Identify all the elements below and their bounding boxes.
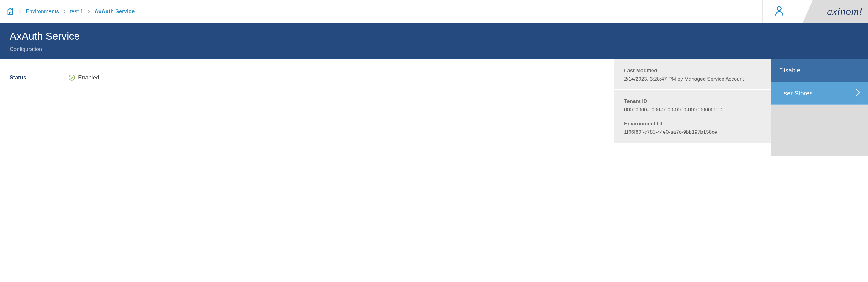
- user-menu[interactable]: [763, 0, 796, 23]
- status-value: Enabled: [68, 74, 99, 81]
- info-last-modified: Last Modified 2/14/2023, 3:28:47 PM by M…: [615, 59, 771, 89]
- svg-point-0: [777, 7, 781, 10]
- chevron-right-icon: [63, 9, 66, 13]
- check-circle-icon: [68, 74, 75, 81]
- breadcrumb-environments[interactable]: Environments: [26, 8, 59, 15]
- home-icon[interactable]: [6, 7, 14, 15]
- content-row: Status Enabled Last Modified 2/14/2023, …: [0, 59, 868, 156]
- environment-id-group: Environment ID 1f66f80f-c785-44e0-aa7c-9…: [624, 121, 762, 135]
- brand-logo: axinom!: [796, 0, 868, 23]
- disable-button[interactable]: Disable: [771, 59, 868, 82]
- actions-panel: Disable User Stores: [771, 59, 868, 156]
- last-modified-value: 2/14/2023, 3:28:47 PM by Managed Service…: [624, 76, 762, 82]
- top-bar: Environments test 1 AxAuth Service axino…: [0, 0, 868, 23]
- user-stores-label: User Stores: [779, 90, 813, 97]
- brand-text: axinom!: [827, 5, 863, 18]
- user-icon: [774, 6, 784, 17]
- environment-id-label: Environment ID: [624, 121, 762, 127]
- status-panel: Status Enabled: [0, 59, 615, 98]
- breadcrumb-test1[interactable]: test 1: [70, 8, 83, 15]
- svg-point-1: [69, 75, 74, 80]
- chevron-right-icon: [88, 9, 90, 13]
- chevron-right-icon: [855, 89, 860, 98]
- breadcrumb: Environments test 1 AxAuth Service: [0, 0, 763, 23]
- status-label: Status: [10, 74, 68, 81]
- tenant-id-group: Tenant ID 00000000-0000-0000-0000-000000…: [624, 98, 762, 113]
- status-text: Enabled: [78, 74, 99, 81]
- disable-label: Disable: [779, 67, 800, 74]
- divider: [10, 89, 605, 89]
- page-subtitle: Configuration: [10, 46, 858, 53]
- status-row: Status Enabled: [10, 68, 605, 89]
- tenant-id-value: 00000000-0000-0000-0000-000000000000: [624, 107, 762, 113]
- last-modified-label: Last Modified: [624, 68, 762, 74]
- tenant-id-label: Tenant ID: [624, 98, 762, 104]
- breadcrumb-current: AxAuth Service: [94, 8, 134, 15]
- info-ids: Tenant ID 00000000-0000-0000-0000-000000…: [615, 89, 771, 143]
- environment-id-value: 1f66f80f-c785-44e0-aa7c-9bb197b158ce: [624, 129, 762, 135]
- chevron-right-icon: [19, 9, 22, 13]
- user-stores-button[interactable]: User Stores: [771, 82, 868, 105]
- page-header: AxAuth Service Configuration: [0, 23, 868, 59]
- page-title: AxAuth Service: [10, 30, 858, 42]
- info-panel: Last Modified 2/14/2023, 3:28:47 PM by M…: [615, 59, 771, 143]
